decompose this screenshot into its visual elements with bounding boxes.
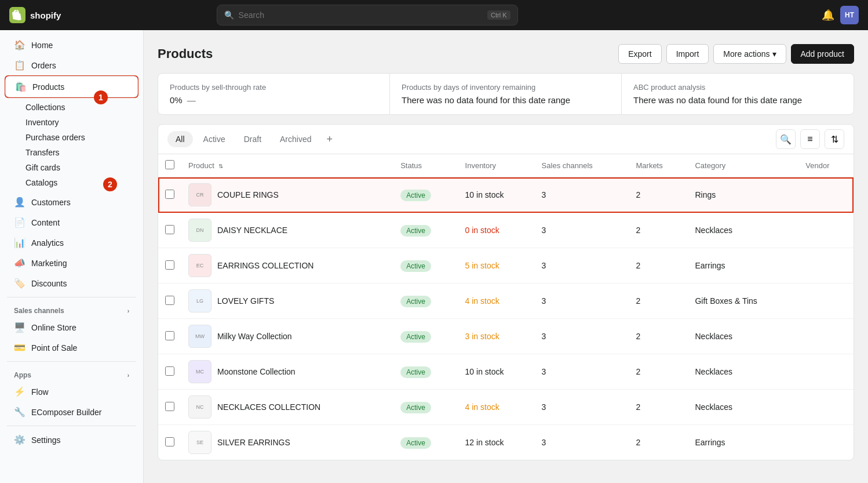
product-name[interactable]: DAISY NECKLACE [217, 226, 287, 235]
row-product-cell: MW Milky Way Collection [181, 319, 393, 354]
sidebar-divider-3 [7, 426, 136, 426]
row-checkbox[interactable] [158, 319, 181, 354]
tab-active[interactable]: Active [195, 131, 234, 147]
sort-button[interactable]: ⇅ [825, 129, 844, 149]
table-row[interactable]: LG LOVELY GIFTS Active 4 in stock 3 2 Gi… [158, 284, 854, 319]
inventory-value: 10 in stock [465, 190, 504, 199]
row-vendor [798, 177, 854, 213]
sidebar-item-label: Discounts [31, 279, 67, 288]
product-name[interactable]: EARRINGS COLLECTION [217, 261, 313, 270]
tab-add-button[interactable]: + [322, 133, 338, 146]
sidebar-item-marketing[interactable]: 📣 Marketing [5, 253, 138, 273]
product-name[interactable]: Moonstone Collection [217, 367, 296, 376]
row-checkbox[interactable] [158, 390, 181, 425]
page-header: Products Export Import More actions ▾ Ad… [158, 44, 854, 64]
row-markets: 2 [629, 390, 688, 425]
tab-draft[interactable]: Draft [236, 131, 269, 147]
sidebar-item-flow[interactable]: ⚡ Flow [5, 382, 138, 402]
sidebar-item-discounts[interactable]: 🏷️ Discounts [5, 273, 138, 293]
search-input[interactable] [239, 10, 483, 20]
table-row[interactable]: DN DAISY NECKLACE Active 0 in stock 3 2 … [158, 213, 854, 248]
more-actions-button[interactable]: More actions ▾ [713, 44, 786, 64]
row-checkbox[interactable] [158, 177, 181, 213]
table-row[interactable]: EC EARRINGS COLLECTION Active 5 in stock… [158, 248, 854, 284]
table-row[interactable]: NC NECKLACES COLLECTION Active 4 in stoc… [158, 390, 854, 425]
marketing-icon: 📣 [14, 257, 25, 268]
row-sales-channels: 3 [535, 425, 629, 460]
header-product: Product ⇅ [181, 154, 393, 177]
search-table-button[interactable]: 🔍 [776, 129, 796, 149]
table-row[interactable]: CR COUPLE RINGS Active 10 in stock 3 2 R… [158, 177, 854, 213]
row-inventory: 3 in stock [458, 319, 535, 354]
sidebar-item-catalogs[interactable]: Catalogs [25, 175, 143, 190]
export-button[interactable]: Export [618, 44, 661, 64]
table-tabs: All Active Draft Archived + 🔍 ≡ ⇅ [158, 125, 854, 154]
sidebar-item-settings[interactable]: ⚙️ Settings [5, 430, 138, 450]
row-inventory: 5 in stock [458, 248, 535, 284]
logo[interactable]: shopify [9, 7, 61, 23]
product-thumbnail: SE [188, 431, 211, 454]
filter-button[interactable]: ≡ [800, 129, 820, 149]
row-product-cell: EC EARRINGS COLLECTION [181, 248, 393, 284]
sidebar-item-content[interactable]: 📄 Content [5, 212, 138, 233]
sidebar-item-label: Products [32, 82, 64, 92]
sidebar-item-customers[interactable]: 👤 Customers [5, 192, 138, 212]
tab-archived[interactable]: Archived [272, 131, 319, 147]
sidebar-item-inventory[interactable]: Inventory [25, 115, 143, 130]
product-name[interactable]: LOVELY GIFTS [217, 296, 274, 306]
table-row[interactable]: MW Milky Way Collection Active 3 in stoc… [158, 319, 854, 354]
sidebar-item-home[interactable]: 🏠 Home [5, 35, 138, 55]
header-markets: Markets [629, 154, 688, 177]
row-checkbox[interactable] [158, 425, 181, 460]
row-checkbox[interactable] [158, 284, 181, 319]
sidebar-item-purchase-orders[interactable]: Purchase orders [25, 130, 143, 145]
row-markets: 2 [629, 248, 688, 284]
add-product-button[interactable]: Add product [791, 44, 855, 64]
avatar[interactable]: HT [840, 6, 859, 24]
table-row[interactable]: MC Moonstone Collection Active 10 in sto… [158, 354, 854, 390]
import-button[interactable]: Import [666, 44, 709, 64]
sidebar-item-online-store[interactable]: 🖥️ Online Store [5, 317, 138, 337]
sidebar-item-transfers[interactable]: Transfers [25, 145, 143, 160]
inventory-value: 10 in stock [465, 367, 504, 376]
table-row[interactable]: SE SILVER EARRINGS Active 12 in stock 3 … [158, 425, 854, 460]
row-category: Gift Boxes & Tins [688, 284, 798, 319]
header-vendor: Vendor [798, 154, 854, 177]
product-tbody: CR COUPLE RINGS Active 10 in stock 3 2 R… [158, 177, 854, 460]
sidebar-item-collections[interactable]: Collections [25, 100, 143, 115]
product-thumbnail: MW [188, 325, 211, 348]
select-all-checkbox[interactable] [165, 160, 174, 169]
row-checkbox[interactable] [158, 248, 181, 284]
products-table-container: All Active Draft Archived + 🔍 ≡ ⇅ [158, 124, 854, 460]
settings-icon: ⚙️ [14, 434, 25, 445]
sidebar-item-ecomposer[interactable]: 🔧 EComposer Builder [5, 402, 138, 422]
sidebar-item-point-of-sale[interactable]: 💳 Point of Sale [5, 337, 138, 358]
row-markets: 2 [629, 177, 688, 213]
row-sales-channels: 3 [535, 248, 629, 284]
sidebar-item-analytics[interactable]: 📊 Analytics [5, 233, 138, 253]
row-sales-channels: 3 [535, 177, 629, 213]
tab-all[interactable]: All [167, 131, 193, 147]
sidebar-item-label: Online Store [31, 323, 76, 332]
product-name[interactable]: Milky Way Collection [217, 332, 292, 341]
search-bar[interactable]: 🔍 Ctrl K [217, 5, 518, 26]
sidebar-item-gift-cards[interactable]: Gift cards [25, 160, 143, 175]
inventory-value: 3 in stock [465, 332, 499, 341]
product-name[interactable]: SILVER EARRINGS [217, 438, 290, 447]
row-checkbox[interactable] [158, 354, 181, 390]
sidebar-item-products[interactable]: 🛍️ Products [6, 77, 137, 97]
sidebar-item-orders[interactable]: 📋 Orders [5, 55, 138, 75]
product-name[interactable]: COUPLE RINGS [217, 190, 279, 199]
notifications-button[interactable]: 🔔 [822, 9, 834, 21]
row-inventory: 4 in stock [458, 284, 535, 319]
sidebar-item-label: Customers [31, 198, 71, 207]
main-content: Products Export Import More actions ▾ Ad… [144, 30, 868, 483]
row-inventory: 10 in stock [458, 177, 535, 213]
status-badge: Active [400, 260, 431, 272]
sidebar-products-submenu: Collections Inventory Purchase orders Tr… [0, 98, 143, 192]
row-markets: 2 [629, 319, 688, 354]
row-product-cell: LG LOVELY GIFTS [181, 284, 393, 319]
sort-product-icon: ⇅ [218, 163, 223, 169]
product-name[interactable]: NECKLACES COLLECTION [217, 402, 320, 412]
row-checkbox[interactable] [158, 213, 181, 248]
